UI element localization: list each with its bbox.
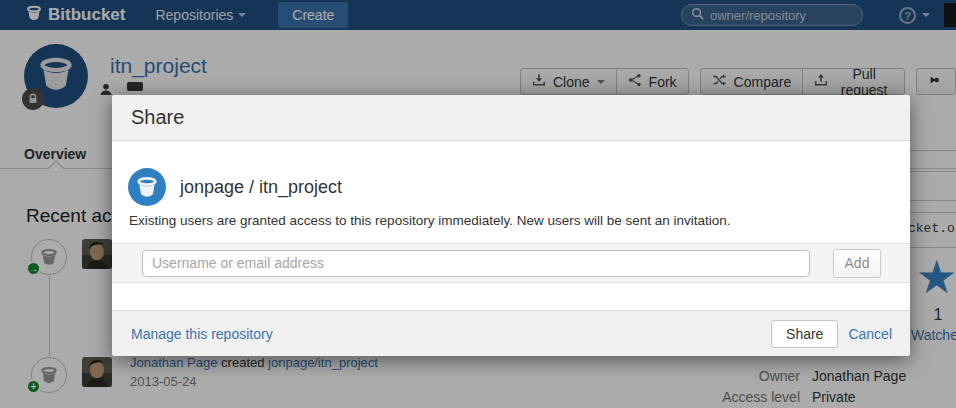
share-dialog: Share jonpage / itn_project Existing use… bbox=[112, 95, 910, 356]
cancel-link[interactable]: Cancel bbox=[848, 326, 892, 342]
invite-input-row: Add bbox=[112, 243, 910, 283]
username-email-input[interactable] bbox=[142, 250, 810, 277]
share-dialog-body: jonpage / itn_project Existing users are… bbox=[112, 141, 910, 310]
share-button[interactable]: Share bbox=[771, 320, 838, 348]
bitbucket-page: Bitbucket Repositories Create ? itn_proj… bbox=[0, 0, 956, 408]
add-button[interactable]: Add bbox=[833, 249, 881, 278]
repo-full-name: jonpage / itn_project bbox=[180, 177, 342, 198]
manage-repository-link[interactable]: Manage this repository bbox=[131, 326, 273, 342]
dialog-title: Share bbox=[131, 106, 184, 129]
share-dialog-footer: Manage this repository Share Cancel bbox=[112, 310, 910, 356]
share-dialog-header: Share bbox=[112, 95, 910, 141]
repo-avatar-small bbox=[128, 168, 166, 206]
share-description: Existing users are granted access to thi… bbox=[129, 213, 731, 228]
